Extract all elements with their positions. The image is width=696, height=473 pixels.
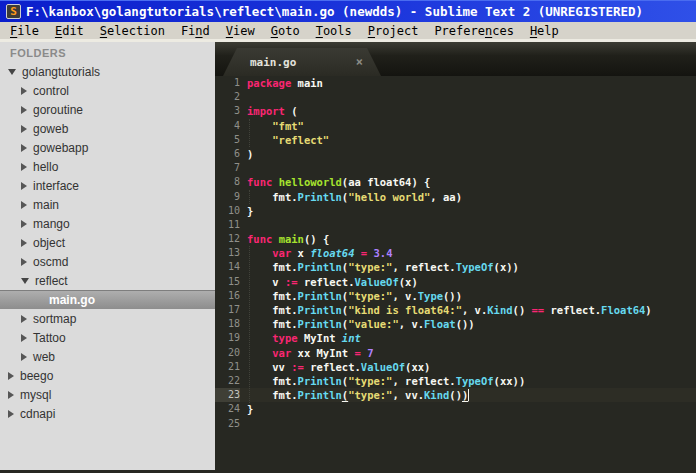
triangle-collapsed-icon[interactable]: [21, 239, 27, 247]
code-text: var x float64 = 3.4: [247, 246, 392, 260]
line-number: 16: [215, 289, 240, 303]
line-number: 5: [215, 133, 240, 147]
code-line-14[interactable]: 14 fmt.Println("type:", reflect.TypeOf(x…: [215, 260, 696, 274]
code-text: }: [247, 204, 253, 218]
triangle-collapsed-icon[interactable]: [21, 353, 27, 361]
triangle-expanded-icon[interactable]: [8, 69, 16, 75]
sidebar-item-goroutine[interactable]: goroutine: [0, 100, 215, 119]
code-line-25[interactable]: 25: [215, 417, 696, 431]
sublime-window: S F:\kanbox\golangtutorials\reflect\main…: [0, 0, 696, 473]
sidebar-item-reflect[interactable]: reflect: [0, 271, 215, 290]
code-line-16[interactable]: 16 fmt.Println("type:", v.Type()): [215, 289, 696, 303]
sidebar-item-oscmd[interactable]: oscmd: [0, 252, 215, 271]
code-line-8[interactable]: 8func helloworld(aa float64) {: [215, 175, 696, 189]
triangle-collapsed-icon[interactable]: [21, 163, 27, 171]
sidebar-item-cdnapi[interactable]: cdnapi: [0, 404, 215, 423]
sidebar-item-beego[interactable]: beego: [0, 366, 215, 385]
code-line-17[interactable]: 17 fmt.Println("kind is float64:", v.Kin…: [215, 303, 696, 317]
triangle-collapsed-icon[interactable]: [21, 334, 27, 342]
code-text: fmt.Println("value:", v.Float()): [247, 317, 475, 331]
code-line-24[interactable]: 24}: [215, 402, 696, 416]
menubar: FileEditSelectionFindViewGotoToolsProjec…: [0, 22, 696, 42]
code-line-22[interactable]: 22 fmt.Println("type:", reflect.TypeOf(x…: [215, 374, 696, 388]
indent-guide: [249, 246, 250, 402]
code-line-5[interactable]: 5 "reflect": [215, 133, 696, 147]
code-text: import (: [247, 104, 298, 118]
sidebar-item-mysql[interactable]: mysql: [0, 385, 215, 404]
code-text: fmt.Println("type:", vv.Kind()): [247, 388, 469, 402]
code-line-23[interactable]: 23 fmt.Println("type:", vv.Kind()): [215, 388, 696, 402]
tab-label: main.go: [250, 56, 296, 69]
code-line-2[interactable]: 2: [215, 90, 696, 104]
tree-item-label: gowebapp: [33, 141, 88, 155]
triangle-collapsed-icon[interactable]: [21, 201, 27, 209]
sidebar-item-control[interactable]: control: [0, 81, 215, 100]
menu-item-view[interactable]: View: [218, 22, 263, 40]
code-line-20[interactable]: 20 var xx MyInt = 7: [215, 346, 696, 360]
code-line-4[interactable]: 4 "fmt": [215, 119, 696, 133]
triangle-collapsed-icon[interactable]: [21, 220, 27, 228]
content-area: FOLDERS golangtutorialscontrolgoroutineg…: [0, 42, 696, 470]
sidebar-item-sortmap[interactable]: sortmap: [0, 309, 215, 328]
menu-item-tools[interactable]: Tools: [308, 22, 360, 40]
sidebar-item-gowebapp[interactable]: gowebapp: [0, 138, 215, 157]
menu-item-project[interactable]: Project: [360, 22, 427, 40]
code-line-12[interactable]: 12func main() {: [215, 232, 696, 246]
code-line-1[interactable]: 1package main: [215, 76, 696, 90]
triangle-collapsed-icon[interactable]: [8, 391, 14, 399]
sidebar-item-main[interactable]: main: [0, 195, 215, 214]
menu-item-preferences[interactable]: Preferences: [426, 22, 522, 40]
triangle-collapsed-icon[interactable]: [21, 258, 27, 266]
line-number: 22: [215, 374, 240, 388]
line-number: 1: [215, 76, 240, 90]
menu-item-find[interactable]: Find: [173, 22, 218, 40]
code-line-19[interactable]: 19 type MyInt int: [215, 331, 696, 345]
sidebar-item-web[interactable]: web: [0, 347, 215, 366]
titlebar[interactable]: S F:\kanbox\golangtutorials\reflect\main…: [0, 0, 696, 22]
sidebar-item-object[interactable]: object: [0, 233, 215, 252]
code-area[interactable]: 1package main23import (4 "fmt"5 "reflect…: [215, 76, 696, 470]
triangle-expanded-icon[interactable]: [21, 278, 29, 284]
code-line-7[interactable]: 7: [215, 161, 696, 175]
menu-item-selection[interactable]: Selection: [92, 22, 173, 40]
triangle-collapsed-icon[interactable]: [8, 372, 14, 380]
code-line-3[interactable]: 3import (: [215, 104, 696, 118]
sidebar-item-tattoo[interactable]: Tattoo: [0, 328, 215, 347]
code-line-15[interactable]: 15 v := reflect.ValueOf(x): [215, 275, 696, 289]
code-line-21[interactable]: 21 vv := reflect.ValueOf(xx): [215, 360, 696, 374]
sidebar-item-interface[interactable]: interface: [0, 176, 215, 195]
code-line-6[interactable]: 6): [215, 147, 696, 161]
code-line-18[interactable]: 18 fmt.Println("value:", v.Float()): [215, 317, 696, 331]
code-text: func main() {: [247, 232, 329, 246]
close-icon[interactable]: ×: [356, 55, 363, 69]
sidebar-item-main-go[interactable]: main.go: [0, 290, 215, 309]
triangle-collapsed-icon[interactable]: [21, 182, 27, 190]
code-text: type MyInt int: [247, 331, 361, 345]
sidebar-item-golangtutorials[interactable]: golangtutorials: [0, 62, 215, 81]
triangle-collapsed-icon[interactable]: [21, 125, 27, 133]
menu-item-edit[interactable]: Edit: [47, 22, 92, 40]
triangle-collapsed-icon[interactable]: [21, 106, 27, 114]
sidebar-item-goweb[interactable]: goweb: [0, 119, 215, 138]
triangle-collapsed-icon[interactable]: [21, 87, 27, 95]
triangle-collapsed-icon[interactable]: [21, 315, 27, 323]
line-number: 12: [215, 232, 240, 246]
code-text: package main: [247, 76, 323, 90]
tree-item-label: goroutine: [33, 103, 83, 117]
code-line-13[interactable]: 13 var x float64 = 3.4: [215, 246, 696, 260]
menu-item-help[interactable]: Help: [522, 22, 567, 40]
code-line-10[interactable]: 10}: [215, 204, 696, 218]
triangle-collapsed-icon[interactable]: [21, 144, 27, 152]
code-line-9[interactable]: 9 fmt.Println("hello world", aa): [215, 190, 696, 204]
triangle-collapsed-icon[interactable]: [8, 410, 14, 418]
menu-item-goto[interactable]: Goto: [263, 22, 308, 40]
line-number: 7: [215, 161, 240, 175]
tab-main-go[interactable]: main.go ×: [223, 48, 381, 76]
line-number: 6: [215, 147, 240, 161]
code-line-11[interactable]: 11: [215, 218, 696, 232]
menu-item-file[interactable]: File: [2, 22, 47, 40]
code-text: fmt.Println("type:", v.Type()): [247, 289, 462, 303]
sidebar-item-mango[interactable]: mango: [0, 214, 215, 233]
tree-item-label: main: [33, 198, 59, 212]
sidebar-item-hello[interactable]: hello: [0, 157, 215, 176]
